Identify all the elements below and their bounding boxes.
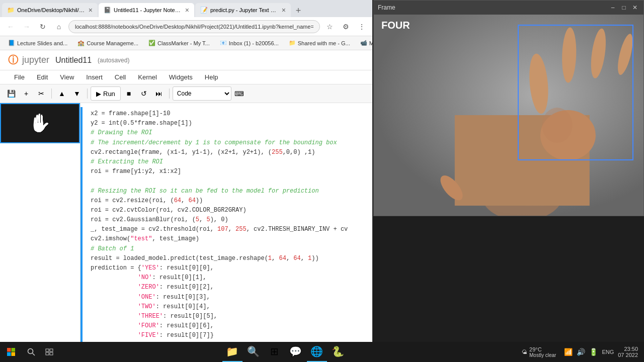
tab-title-jupyter: Untitled11 - Jupyter Notebook: [114, 7, 182, 13]
code-line-22: 'FOUR': result[0][6],: [91, 321, 372, 331]
move-down-button[interactable]: ▼: [70, 86, 84, 101]
prediction-label: FOUR: [381, 20, 410, 31]
tab-favicon-predict: 📝: [200, 7, 207, 14]
tab-predict[interactable]: 📝 predict.py - Jupyter Text Editor ×: [195, 3, 291, 17]
tab-close-jupyter[interactable]: ×: [185, 6, 189, 14]
code-line-10: roi = cv2.cvtColor(roi, cv2.COLOR_BGR2GR…: [91, 206, 372, 215]
menu-file[interactable]: File: [8, 71, 31, 83]
tab-title-predict: predict.py - Jupyter Text Editor: [210, 7, 279, 13]
tab-title-onedrive: OneDrive/Desktop/Nikhil/Proje...: [17, 7, 86, 13]
cell-type-select[interactable]: Code Markdown Raw NBConvert Heading: [173, 86, 231, 101]
svg-rect-11: [12, 348, 16, 352]
network-icon[interactable]: 📶: [564, 348, 573, 356]
bookmark-label-3: Inbox (1) - b20056...: [229, 40, 279, 46]
address-bar[interactable]: [68, 20, 320, 33]
bookmark-favicon-0: 📘: [8, 40, 15, 47]
jupyter-notebook-title[interactable]: Untitled11: [55, 56, 92, 65]
menu-cell[interactable]: Cell: [109, 71, 132, 83]
svg-line-15: [33, 353, 35, 356]
cell-thumbnail[interactable]: ✋: [0, 103, 80, 143]
code-line-0: x2 = frame.shape[1]-10: [91, 109, 372, 119]
cut-button[interactable]: ✂: [34, 86, 48, 101]
restart-run-button[interactable]: ⏭: [152, 86, 166, 101]
bookmark-star-button[interactable]: ☆: [323, 20, 336, 33]
taskbar-app-edge[interactable]: 🌐: [307, 342, 327, 362]
frame-close-button[interactable]: ✕: [630, 3, 639, 12]
weather-desc-label: Mostly clear: [529, 352, 556, 358]
tab-jupyter[interactable]: 📓 Untitled11 - Jupyter Notebook ×: [99, 3, 194, 17]
search-icon: [27, 348, 35, 356]
teams-chat-icon: 💬: [289, 345, 302, 357]
bookmark-favicon-2: ✅: [148, 40, 155, 47]
keyboard-shortcuts-button[interactable]: ⌨: [232, 86, 247, 101]
taskbar-app-python[interactable]: 🐍: [328, 342, 348, 362]
bookmark-favicon-1: 🏫: [77, 40, 85, 47]
bookmark-label-2: ClassMarker - My T...: [157, 40, 210, 46]
menu-kernel[interactable]: Kernel: [132, 71, 163, 83]
tab-close-onedrive[interactable]: ×: [89, 6, 93, 14]
jupyter-autosaved-label: (autosaved): [98, 57, 129, 64]
toolbar-divider-3: [169, 88, 170, 99]
taskbar-app-search[interactable]: 🔍: [244, 342, 264, 362]
taskbar-app-widgets[interactable]: ⊞: [265, 342, 285, 362]
reload-button[interactable]: ↻: [36, 20, 49, 33]
bookmark-shared[interactable]: 📁 Shared with me - G...: [285, 39, 354, 48]
task-view-button[interactable]: [40, 342, 58, 362]
bookmark-classmarker[interactable]: ✅ ClassMarker - My T...: [144, 39, 214, 48]
back-button[interactable]: ←: [4, 20, 17, 33]
frame-minimize-button[interactable]: –: [608, 3, 617, 12]
menu-help[interactable]: Help: [199, 71, 224, 83]
python-icon: 🐍: [332, 345, 344, 357]
new-tab-button[interactable]: +: [292, 4, 305, 17]
frame-maximize-button[interactable]: □: [619, 3, 628, 12]
jupyter-logo: ⓘ jupyter: [8, 53, 49, 67]
bookmark-lecture-slides[interactable]: 📘 Lecture Slides and...: [4, 39, 71, 48]
jupyter-menubar: File Edit View Insert Cell Kernel Widget…: [0, 70, 372, 84]
home-button[interactable]: ⌂: [52, 20, 65, 33]
volume-icon[interactable]: 🔊: [577, 348, 585, 356]
frame-image-area: FOUR: [374, 15, 643, 216]
bookmarks-bar: 📘 Lecture Slides and... 🏫 Course Managem…: [0, 36, 372, 50]
weather-widget[interactable]: 🌤 29°C Mostly clear: [518, 346, 560, 358]
browser-menu-button[interactable]: ⋮: [355, 20, 368, 33]
thumbnail-hand-image: ✋: [29, 113, 51, 134]
roi-bounding-box: [518, 25, 633, 160]
stop-button[interactable]: ■: [122, 86, 136, 101]
tab-close-predict[interactable]: ×: [282, 6, 286, 14]
code-line-11: roi = cv2.GaussianBlur(roi, (5, 5), 0): [91, 215, 372, 225]
menu-edit[interactable]: Edit: [31, 71, 54, 83]
tab-favicon-jupyter: 📓: [104, 7, 111, 14]
taskbar-apps-area: 📁 🔍 ⊞ 💬 🌐 🐍: [58, 342, 512, 362]
taskbar-search-button[interactable]: [22, 342, 40, 362]
menu-view[interactable]: View: [54, 71, 80, 83]
code-line-21: 'THREE': result[0][5],: [91, 312, 372, 321]
forward-button[interactable]: →: [20, 20, 33, 33]
taskbar-app-chat[interactable]: 💬: [286, 342, 306, 362]
code-line-23: 'FIVE': result[0][7]}: [91, 331, 372, 340]
bookmark-meet[interactable]: 📹 Meet: [356, 39, 372, 48]
battery-icon[interactable]: 🔋: [589, 348, 598, 356]
extensions-button[interactable]: ⚙: [339, 20, 352, 33]
bookmark-course-mgmt[interactable]: 🏫 Course Manageme...: [73, 39, 142, 48]
svg-rect-19: [50, 352, 53, 355]
save-button[interactable]: 💾: [4, 86, 18, 101]
add-cell-button[interactable]: +: [19, 86, 33, 101]
tab-onedrive[interactable]: 📁 OneDrive/Desktop/Nikhil/Proje... ×: [2, 3, 98, 17]
move-up-button[interactable]: ▲: [55, 86, 69, 101]
windows-logo-icon: [7, 347, 16, 356]
code-lines[interactable]: x2 = frame.shape[1]-10 y2 = int(0.5*fram…: [87, 107, 372, 362]
code-cell-content[interactable]: x2 = frame.shape[1]-10 y2 = int(0.5*fram…: [80, 103, 372, 362]
restart-button[interactable]: ↺: [137, 86, 151, 101]
jupyter-brand: jupyter: [22, 55, 49, 65]
code-line-6: roi = frame[y1:y2, x1:x2]: [91, 167, 372, 176]
taskbar-app-file-explorer[interactable]: 📁: [222, 342, 243, 362]
menu-insert[interactable]: Insert: [80, 71, 109, 83]
menu-widgets[interactable]: Widgets: [163, 71, 199, 83]
run-button[interactable]: ▶ Run: [91, 86, 121, 101]
system-tray: 🌤 29°C Mostly clear 📶 🔊 🔋 ENG 23:50 07 2…: [512, 346, 644, 358]
bookmark-inbox[interactable]: 📧 Inbox (1) - b20056...: [216, 39, 283, 48]
jupyter-toolbar: 💾 + ✂ ▲ ▼ ▶ Run ■ ↺ ⏭ Code Markdown Raw …: [0, 84, 372, 103]
start-button[interactable]: [0, 342, 22, 362]
clock-widget[interactable]: 23:50 07 2022: [618, 346, 638, 358]
bookmark-label-0: Lecture Slides and...: [17, 40, 67, 46]
